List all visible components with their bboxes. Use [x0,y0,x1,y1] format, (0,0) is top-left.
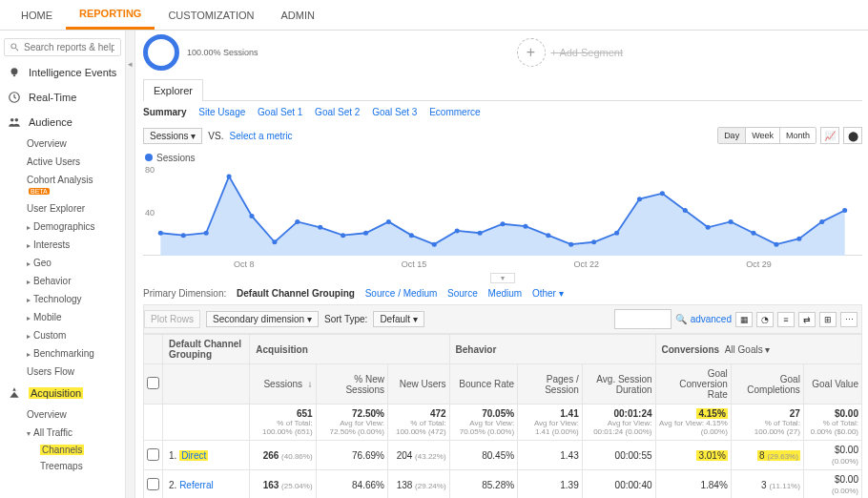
audience-interests[interactable]: Interests [0,236,125,254]
audience-overview[interactable]: Overview [0,135,125,153]
totals-row: 651% of Total: 100.00% (651) 72.50%Avg f… [144,405,862,441]
acq-all-traffic[interactable]: All Traffic [0,424,125,442]
tab-reporting[interactable]: REPORTING [66,0,155,30]
period-group: Day Week Month [717,127,816,144]
col-bounce[interactable]: Bounce Rate [449,364,518,405]
col-new-sessions[interactable]: % New Sessions [316,364,387,405]
dim-medium[interactable]: Medium [488,288,523,299]
sidebar-item-realtime[interactable]: Real-Time [0,85,125,110]
col-gcr[interactable]: Goal Conversion Rate [655,364,731,405]
audience-benchmarking[interactable]: Benchmarking [0,344,125,363]
svg-point-9 [249,214,254,218]
row-select[interactable] [147,448,159,461]
svg-point-31 [751,231,755,236]
audience-demographics[interactable]: Demographics [0,218,125,236]
acq-treemaps[interactable]: Treemaps [0,458,125,474]
audience-users-flow[interactable]: Users Flow [0,363,125,381]
acq-channels[interactable]: Channels [0,442,125,458]
col-duration[interactable]: Avg. Session Duration [582,364,655,405]
sort-type[interactable]: Default ▾ [373,311,424,327]
svg-point-13 [341,233,345,238]
col-channel: Default Channel Grouping [163,335,250,364]
legend-dot-icon [145,154,153,161]
channel-link[interactable]: Referral [179,480,214,490]
view-pivot-icon[interactable]: ⊞ [819,312,837,327]
chart-expand[interactable]: ▾ [490,273,515,283]
col-gv[interactable]: Goal Value [803,364,861,405]
audience-custom[interactable]: Custom [0,326,125,344]
chart-type-line-icon[interactable]: 📈 [820,127,839,144]
explorer-tab[interactable]: Explorer [143,79,203,101]
audience-active-users[interactable]: Active Users [0,153,125,171]
tab-customization[interactable]: CUSTOMIZATION [155,2,267,29]
svg-point-16 [409,233,414,238]
period-day[interactable]: Day [718,128,746,143]
channel-link[interactable]: Direct [179,450,208,461]
svg-rect-1 [13,74,15,76]
search-input[interactable] [24,42,114,52]
channels-table: Default Channel Grouping Acquisition Beh… [143,334,862,498]
audience-user-explorer[interactable]: User Explorer [0,199,125,218]
view-cloud-icon[interactable]: ⋯ [840,312,858,327]
col-sessions[interactable]: Sessions ↓ [250,364,316,405]
audience-behavior[interactable]: Behavior [0,272,125,290]
tab-home[interactable]: HOME [8,2,66,29]
col-pages[interactable]: Pages / Session [518,364,583,405]
row-select[interactable] [147,478,159,490]
sidebar-label: Acquisition [29,387,83,399]
all-goals-select[interactable]: All Goals ▾ [725,344,771,355]
acq-overview[interactable]: Overview [0,405,125,424]
view-performance-icon[interactable]: ≡ [777,312,795,327]
chart-controls: Sessions ▾ VS. Select a metric Day Week … [143,123,862,148]
svg-point-30 [729,219,734,224]
advanced-link[interactable]: advanced [691,314,732,324]
svg-point-14 [363,231,368,236]
search-icon[interactable]: 🔍 [675,314,687,324]
view-comparison-icon[interactable]: ⇄ [798,312,816,327]
svg-point-4 [15,118,18,122]
top-nav: HOME REPORTING CUSTOMIZATION ADMIN [0,0,868,31]
table-row: 1. Direct266 (40.86%)76.69%204 (43.22%)8… [144,441,862,470]
subtab-summary[interactable]: Summary [143,107,187,117]
period-week[interactable]: Week [746,128,780,143]
dim-default-channel[interactable]: Default Channel Grouping [237,288,355,299]
secondary-dimension[interactable]: Secondary dimension ▾ [206,311,319,327]
chart-svg [143,165,862,256]
subtab-ecommerce[interactable]: Ecommerce [429,107,480,117]
add-segment[interactable]: + + Add Segment [517,38,624,67]
view-percent-icon[interactable]: ◔ [756,312,774,327]
sidebar-item-audience[interactable]: Audience [0,110,125,135]
metric-select[interactable]: Sessions ▾ [143,128,202,144]
chart-type-motion-icon[interactable]: ⬤ [843,127,862,144]
subtab-site-usage[interactable]: Site Usage [198,107,245,117]
vs-label: VS. [208,131,223,141]
tab-admin[interactable]: ADMIN [267,2,327,29]
dim-source[interactable]: Source [447,288,478,299]
svg-point-33 [796,237,801,241]
svg-point-26 [637,197,642,201]
select-all[interactable] [147,377,159,389]
period-month[interactable]: Month [780,128,816,143]
audience-geo[interactable]: Geo [0,254,125,272]
col-gc[interactable]: Goal Completions [731,364,803,405]
view-table-icon[interactable]: ▦ [735,312,753,327]
audience-mobile[interactable]: Mobile [0,308,125,326]
table-search-input[interactable] [614,309,672,329]
dimension-row: Primary Dimension: Default Channel Group… [143,282,862,304]
collapse-sidebar[interactable]: ◂ [126,31,135,498]
audience-cohort[interactable]: Cohort Analysis BETA [0,171,125,199]
sidebar-item-intelligence[interactable]: Intelligence Events [0,60,125,85]
select-metric[interactable]: Select a metric [229,131,292,141]
audience-technology[interactable]: Technology [0,290,125,308]
svg-point-23 [568,242,573,247]
search-box[interactable] [4,38,121,56]
dim-source-medium[interactable]: Source / Medium [365,288,438,299]
col-new-users[interactable]: New Users [387,364,449,405]
subtab-goal-set-1[interactable]: Goal Set 1 [258,107,302,117]
dim-other[interactable]: Other ▾ [532,288,564,299]
subtab-goal-set-3[interactable]: Goal Set 3 [372,107,417,117]
svg-point-25 [614,231,619,236]
sidebar-item-acquisition[interactable]: Acquisition [0,381,125,405]
subtab-goal-set-2[interactable]: Goal Set 2 [315,107,360,117]
svg-point-24 [591,239,596,244]
